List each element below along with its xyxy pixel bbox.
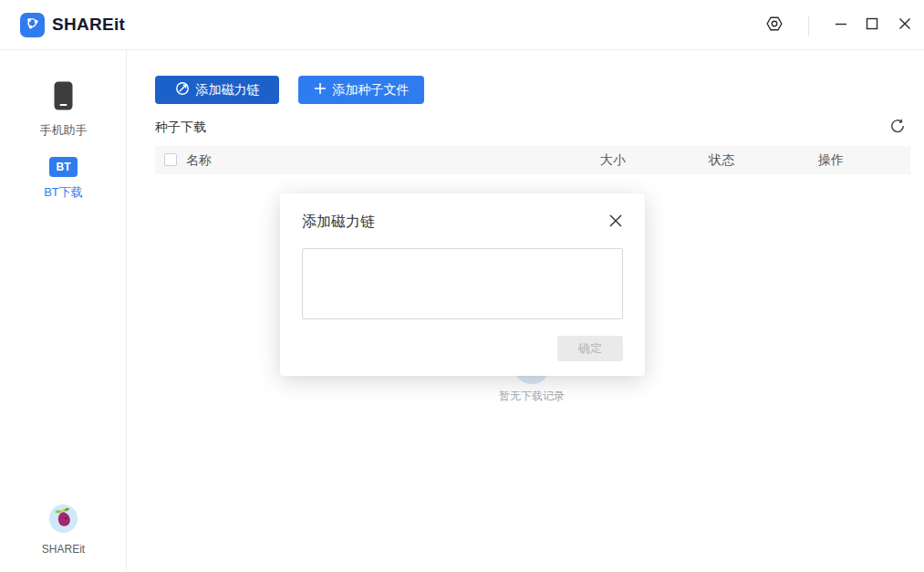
sidebar-item-label: BT下载 [0,184,127,201]
close-icon [608,213,623,231]
section-title: 种子下载 [155,120,206,136]
add-magnet-link-label: 添加磁力链 [196,82,260,99]
refresh-button[interactable] [887,116,908,138]
column-header-name: 名称 [186,152,212,169]
gear-icon [764,14,784,37]
minimize-button[interactable] [827,0,855,50]
bt-badge-icon: BT [49,157,78,177]
select-all-checkbox[interactable] [164,153,177,166]
refresh-icon [888,124,907,138]
add-torrent-file-label: 添加种子文件 [333,82,410,99]
brand-wordmark: SHAREit [52,0,125,50]
sidebar: 手机助手 BT BT下载 SHAREit [0,50,127,572]
shareit-avatar [48,521,78,536]
column-header-status: 状态 [709,152,734,169]
maximize-icon [866,17,878,34]
topbar-divider [808,16,809,36]
plus-icon [314,82,327,98]
sidebar-item-bt-download[interactable]: BT BT下载 [0,157,127,201]
settings-button[interactable] [761,0,788,50]
magnet-link-icon [175,81,190,99]
dialog-title: 添加磁力链 [302,213,375,232]
maximize-button[interactable] [858,0,886,50]
column-header-size: 大小 [600,152,626,169]
sidebar-item-shareit-profile[interactable]: SHAREit [0,504,127,556]
empty-state-message: 暂无下载记录 [459,389,605,404]
sidebar-item-label: SHAREit [0,543,127,556]
add-magnet-link-dialog: 添加磁力链 确定 [280,193,645,376]
add-torrent-file-button[interactable]: 添加种子文件 [298,76,424,104]
close-window-button[interactable] [891,0,919,50]
shareit-logo-icon [24,15,41,36]
sidebar-item-label: 手机助手 [0,122,127,139]
confirm-button[interactable]: 确定 [557,336,623,361]
column-header-action: 操作 [818,152,844,169]
magnet-link-input[interactable] [302,248,623,319]
title-bar: SHAREit [0,0,924,50]
dialog-close-button[interactable] [607,213,625,231]
app-logo [20,13,45,37]
phone-icon [53,99,74,114]
sidebar-item-phone-assistant[interactable]: 手机助手 [0,80,127,139]
close-icon [898,17,911,34]
minimize-icon [835,17,847,34]
table-header: 名称 大小 状态 操作 [155,146,910,174]
add-magnet-link-button[interactable]: 添加磁力链 [155,76,279,104]
